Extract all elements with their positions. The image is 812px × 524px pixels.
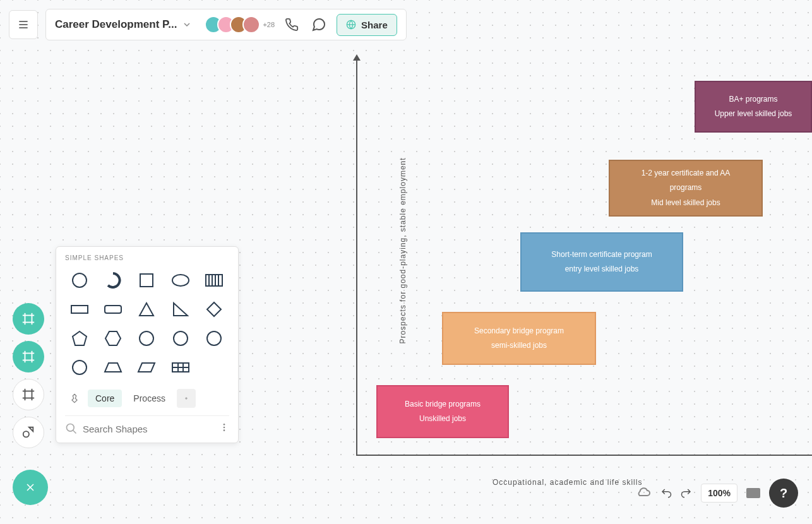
shape-pentagon[interactable] [65,326,94,351]
box-line: semi-skilled jobs [491,340,547,352]
diagram-box-cert[interactable]: 1-2 year certificate and AA programs Mid… [609,160,763,217]
shape-octagon[interactable] [166,326,195,351]
y-axis-label: Prospects for good-playing, stable emplo… [398,157,407,343]
box-line: BA+ programs [729,93,777,105]
tab-core[interactable]: Core [88,390,122,407]
box-line: Basic bridge programs [405,398,481,410]
shape-triangle[interactable] [132,297,161,322]
svg-point-32 [207,331,221,345]
box-line: Upper level skilled jobs [715,108,792,120]
minimap-button[interactable] [746,488,760,498]
svg-point-33 [73,360,87,374]
shape-square[interactable] [132,268,161,293]
phone-icon [285,18,299,32]
shape-grid-table[interactable] [166,355,195,380]
diagram-box-ba[interactable]: BA+ programs Upper level skilled jobs [695,81,812,133]
box-line: Secondary bridge program [474,325,564,337]
avatar [242,16,260,33]
share-button[interactable]: Share [337,14,397,36]
shape-right-triangle[interactable] [166,297,195,322]
shape-grid [65,268,229,380]
box-line: entry level skilled jobs [565,263,639,275]
redo-icon [681,487,692,499]
cloud-sync-button[interactable] [635,487,652,499]
redo-button[interactable] [681,487,692,499]
tab-process[interactable]: Process [126,390,173,407]
shape-rounded-rect[interactable] [99,297,128,322]
shape-circle[interactable] [65,268,94,293]
pin-button[interactable] [65,389,84,408]
svg-rect-21 [140,274,153,287]
x-axis [357,455,812,456]
frame-tool-button[interactable] [13,303,44,335]
frame-icon [21,350,35,364]
svg-line-41 [73,431,76,434]
svg-point-42 [224,424,225,426]
search-icon [65,422,78,435]
left-toolbar [13,303,44,448]
share-label: Share [361,20,388,30]
shape-arc[interactable] [99,268,128,293]
box-line: Short-term certificate program [551,249,652,261]
chevron-down-icon [183,21,191,28]
more-button[interactable] [219,422,229,435]
box-line: programs [670,182,702,194]
comment-icon [311,17,326,32]
svg-point-43 [224,427,225,429]
svg-rect-28 [71,306,88,313]
grid-tool-button[interactable] [13,379,44,410]
pin-icon [69,393,80,403]
svg-point-31 [174,331,188,345]
doc-title-dropdown[interactable]: Career Development P... [55,18,197,31]
shape-heptagon[interactable] [132,326,161,351]
svg-point-30 [140,331,153,345]
doc-title-text: Career Development P... [55,18,177,31]
shape-barcode[interactable] [200,268,229,293]
diagram-box-secondary[interactable]: Secondary bridge program semi-skilled jo… [442,312,596,365]
zoom-level[interactable]: 100% [701,484,737,503]
shape-panel-title: SIMPLE SHAPES [65,254,229,261]
help-button[interactable]: ? [769,479,798,508]
shape-rectangle[interactable] [65,297,94,322]
close-panel-fab[interactable] [13,470,48,505]
shape-trapezoid[interactable] [99,355,128,380]
shape-nonagon[interactable] [200,326,229,351]
frame-tool-button-2[interactable] [13,341,44,372]
plus-icon [184,394,188,403]
shape-circle-2[interactable] [65,355,94,380]
shape-search-row [65,415,229,435]
shape-panel: SIMPLE SHAPES Core Process [56,246,239,443]
close-icon [24,481,37,494]
y-axis [356,56,357,456]
svg-rect-45 [746,488,760,498]
svg-point-40 [67,424,75,432]
grid-icon [21,388,35,402]
box-line: 1-2 year certificate and AA [642,167,731,179]
box-line: Unskilled jobs [419,413,466,425]
shapes-tool-button[interactable] [13,417,44,448]
svg-rect-23 [206,275,222,286]
collaborator-avatars[interactable]: +28 [205,16,275,33]
shape-tabs: Core Process [65,389,229,408]
header-card: Career Development P... +28 Share [45,9,407,40]
search-input[interactable] [83,424,214,434]
bottom-bar: 100% ? [635,479,798,508]
dots-vertical-icon [219,422,229,432]
shape-diamond[interactable] [200,297,229,322]
x-axis-label: Occupational, academic and life skills [493,478,642,487]
call-button[interactable] [282,15,301,34]
hamburger-menu-button[interactable] [9,10,38,39]
shape-hexagon[interactable] [99,326,128,351]
cloud-icon [635,487,652,499]
shape-ellipse[interactable] [166,268,195,293]
undo-button[interactable] [660,487,672,499]
svg-point-22 [172,275,189,286]
comment-button[interactable] [309,15,329,35]
shape-parallelogram[interactable] [132,355,161,380]
diagram-box-basic[interactable]: Basic bridge programs Unskilled jobs [376,385,509,438]
top-bar: Career Development P... +28 Share [9,9,407,40]
shapes-icon [21,426,35,439]
svg-point-17 [23,431,29,437]
tab-add[interactable] [177,389,196,408]
diagram-box-shortterm[interactable]: Short-term certificate program entry lev… [520,232,683,292]
